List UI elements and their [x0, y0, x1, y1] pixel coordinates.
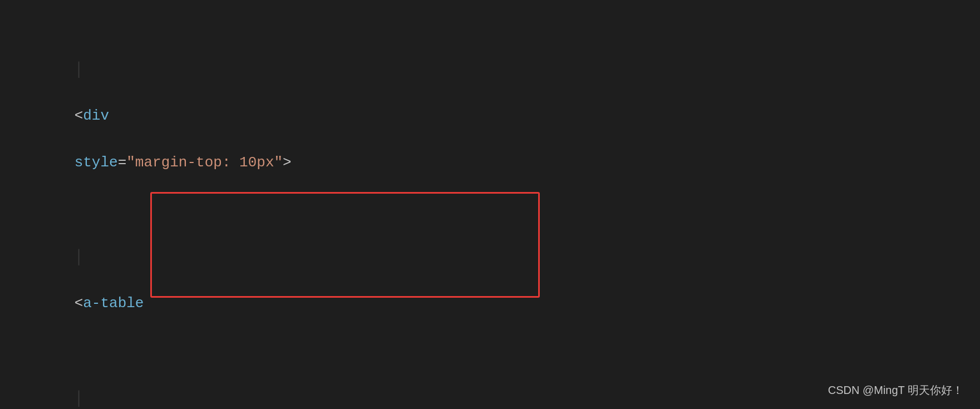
code-editor: │ <div style="margin-top: 10px"> │ <a-ta…	[0, 0, 980, 409]
a-table-tag: a-table	[83, 295, 144, 312]
code-line-1: │ <div style="margin-top: 10px">	[0, 11, 980, 199]
code-line-3: │ │ :row-selection="{	[0, 339, 980, 409]
watermark: CSDN @MingT 明天你好！	[828, 383, 963, 398]
style-value: "margin-top: 10px"	[126, 154, 283, 171]
tag-open: <	[75, 107, 83, 124]
div-tag: div	[83, 107, 109, 124]
style-attr: style	[75, 154, 118, 171]
code-line-2: │ <a-table	[0, 199, 980, 340]
